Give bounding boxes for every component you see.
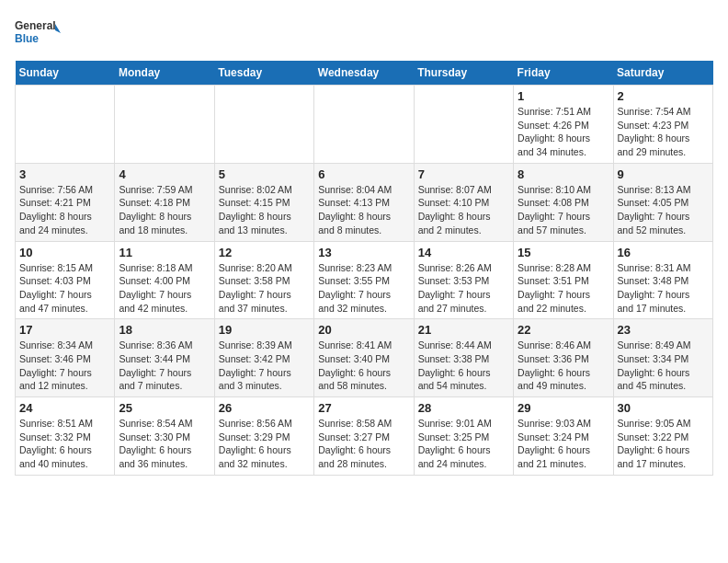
day-number: 13 (318, 246, 409, 259)
calendar-cell: 2Sunrise: 7:54 AM Sunset: 4:23 PM Daylig… (613, 86, 712, 164)
week-row-5: 24Sunrise: 8:51 AM Sunset: 3:32 PM Dayli… (16, 397, 713, 476)
day-header-wednesday: Wednesday (314, 61, 414, 86)
calendar-cell: 7Sunrise: 8:07 AM Sunset: 4:10 PM Daylig… (414, 163, 513, 241)
day-number: 10 (19, 246, 110, 259)
day-header-sunday: Sunday (16, 61, 115, 86)
day-number: 12 (219, 246, 310, 259)
calendar-cell: 3Sunrise: 7:56 AM Sunset: 4:21 PM Daylig… (16, 163, 115, 241)
calendar-cell: 22Sunrise: 8:46 AM Sunset: 3:36 PM Dayli… (514, 319, 613, 397)
week-row-2: 3Sunrise: 7:56 AM Sunset: 4:21 PM Daylig… (16, 163, 713, 241)
day-info: Sunrise: 8:02 AM Sunset: 4:15 PM Dayligh… (219, 183, 310, 237)
day-number: 30 (618, 401, 709, 415)
day-number: 24 (19, 401, 110, 415)
day-number: 4 (119, 167, 210, 181)
calendar-cell: 26Sunrise: 8:56 AM Sunset: 3:29 PM Dayli… (214, 397, 313, 476)
day-info: Sunrise: 9:03 AM Sunset: 3:24 PM Dayligh… (518, 417, 609, 471)
calendar-body: 1Sunrise: 7:51 AM Sunset: 4:26 PM Daylig… (16, 86, 713, 476)
day-header-friday: Friday (514, 61, 613, 86)
day-info: Sunrise: 8:54 AM Sunset: 3:30 PM Dayligh… (119, 417, 210, 471)
calendar-cell: 10Sunrise: 8:15 AM Sunset: 4:03 PM Dayli… (16, 241, 115, 319)
day-info: Sunrise: 8:04 AM Sunset: 4:13 PM Dayligh… (318, 183, 409, 237)
calendar-cell: 21Sunrise: 8:44 AM Sunset: 3:38 PM Dayli… (414, 319, 513, 397)
week-row-1: 1Sunrise: 7:51 AM Sunset: 4:26 PM Daylig… (16, 86, 713, 164)
calendar-cell: 11Sunrise: 8:18 AM Sunset: 4:00 PM Dayli… (115, 241, 214, 319)
calendar-cell: 4Sunrise: 7:59 AM Sunset: 4:18 PM Daylig… (115, 163, 214, 241)
calendar-cell: 27Sunrise: 8:58 AM Sunset: 3:27 PM Dayli… (314, 397, 414, 476)
day-info: Sunrise: 8:34 AM Sunset: 3:46 PM Dayligh… (19, 339, 110, 393)
calendar-header: SundayMondayTuesdayWednesdayThursdayFrid… (16, 61, 713, 86)
calendar-cell: 23Sunrise: 8:49 AM Sunset: 3:34 PM Dayli… (613, 319, 712, 397)
day-number: 1 (518, 89, 609, 103)
week-row-4: 17Sunrise: 8:34 AM Sunset: 3:46 PM Dayli… (16, 319, 713, 397)
day-info: Sunrise: 9:05 AM Sunset: 3:22 PM Dayligh… (618, 417, 709, 471)
calendar-cell: 24Sunrise: 8:51 AM Sunset: 3:32 PM Dayli… (16, 397, 115, 476)
day-info: Sunrise: 8:26 AM Sunset: 3:53 PM Dayligh… (418, 261, 509, 316)
calendar-cell: 18Sunrise: 8:36 AM Sunset: 3:44 PM Dayli… (115, 319, 214, 397)
day-info: Sunrise: 8:15 AM Sunset: 4:03 PM Dayligh… (19, 261, 110, 316)
day-number: 2 (618, 89, 709, 103)
calendar-cell: 14Sunrise: 8:26 AM Sunset: 3:53 PM Dayli… (414, 241, 513, 319)
day-number: 7 (418, 167, 509, 181)
day-number: 16 (618, 246, 709, 259)
calendar-cell: 19Sunrise: 8:39 AM Sunset: 3:42 PM Dayli… (214, 319, 313, 397)
day-info: Sunrise: 8:13 AM Sunset: 4:05 PM Dayligh… (618, 183, 709, 237)
day-info: Sunrise: 8:51 AM Sunset: 3:32 PM Dayligh… (19, 417, 110, 471)
day-info: Sunrise: 7:56 AM Sunset: 4:21 PM Dayligh… (19, 183, 110, 237)
day-info: Sunrise: 8:36 AM Sunset: 3:44 PM Dayligh… (119, 339, 210, 393)
day-info: Sunrise: 7:51 AM Sunset: 4:26 PM Dayligh… (518, 105, 609, 159)
week-row-3: 10Sunrise: 8:15 AM Sunset: 4:03 PM Dayli… (16, 241, 713, 319)
day-info: Sunrise: 8:10 AM Sunset: 4:08 PM Dayligh… (518, 183, 609, 237)
day-info: Sunrise: 8:41 AM Sunset: 3:40 PM Dayligh… (318, 339, 409, 393)
day-number: 28 (418, 401, 509, 415)
day-header-tuesday: Tuesday (214, 61, 313, 86)
day-info: Sunrise: 8:44 AM Sunset: 3:38 PM Dayligh… (418, 339, 509, 393)
day-number: 6 (318, 167, 409, 181)
header-row: SundayMondayTuesdayWednesdayThursdayFrid… (16, 61, 713, 86)
calendar-cell: 16Sunrise: 8:31 AM Sunset: 3:48 PM Dayli… (613, 241, 712, 319)
calendar-cell: 1Sunrise: 7:51 AM Sunset: 4:26 PM Daylig… (514, 86, 613, 164)
page-header: General Blue (15, 15, 713, 52)
day-number: 29 (518, 401, 609, 415)
day-number: 19 (219, 323, 310, 337)
calendar-cell: 9Sunrise: 8:13 AM Sunset: 4:05 PM Daylig… (613, 163, 712, 241)
day-header-thursday: Thursday (414, 61, 513, 86)
day-header-saturday: Saturday (613, 61, 712, 86)
calendar-cell: 13Sunrise: 8:23 AM Sunset: 3:55 PM Dayli… (314, 241, 414, 319)
day-info: Sunrise: 7:59 AM Sunset: 4:18 PM Dayligh… (119, 183, 210, 237)
day-number: 23 (618, 323, 709, 337)
calendar-cell: 12Sunrise: 8:20 AM Sunset: 3:58 PM Dayli… (214, 241, 313, 319)
day-info: Sunrise: 8:07 AM Sunset: 4:10 PM Dayligh… (418, 183, 509, 237)
day-info: Sunrise: 8:39 AM Sunset: 3:42 PM Dayligh… (219, 339, 310, 393)
day-number: 25 (119, 401, 210, 415)
calendar-cell: 28Sunrise: 9:01 AM Sunset: 3:25 PM Dayli… (414, 397, 513, 476)
calendar-cell (214, 86, 313, 164)
day-number: 9 (618, 167, 709, 181)
calendar-cell: 30Sunrise: 9:05 AM Sunset: 3:22 PM Dayli… (613, 397, 712, 476)
day-info: Sunrise: 8:46 AM Sunset: 3:36 PM Dayligh… (518, 339, 609, 393)
day-info: Sunrise: 8:49 AM Sunset: 3:34 PM Dayligh… (618, 339, 709, 393)
calendar-cell: 25Sunrise: 8:54 AM Sunset: 3:30 PM Dayli… (115, 397, 214, 476)
svg-text:General: General (15, 19, 56, 32)
day-number: 14 (418, 246, 509, 259)
logo: General Blue (15, 15, 61, 52)
day-info: Sunrise: 8:20 AM Sunset: 3:58 PM Dayligh… (219, 261, 310, 316)
calendar-cell (115, 86, 214, 164)
svg-marker-2 (55, 24, 61, 33)
day-info: Sunrise: 8:31 AM Sunset: 3:48 PM Dayligh… (618, 261, 709, 316)
day-info: Sunrise: 8:58 AM Sunset: 3:27 PM Dayligh… (318, 417, 409, 471)
day-number: 21 (418, 323, 509, 337)
calendar-cell: 8Sunrise: 8:10 AM Sunset: 4:08 PM Daylig… (514, 163, 613, 241)
day-info: Sunrise: 9:01 AM Sunset: 3:25 PM Dayligh… (418, 417, 509, 471)
day-number: 20 (318, 323, 409, 337)
calendar-cell: 20Sunrise: 8:41 AM Sunset: 3:40 PM Dayli… (314, 319, 414, 397)
calendar-cell: 5Sunrise: 8:02 AM Sunset: 4:15 PM Daylig… (214, 163, 313, 241)
day-number: 17 (19, 323, 110, 337)
calendar-cell: 29Sunrise: 9:03 AM Sunset: 3:24 PM Dayli… (514, 397, 613, 476)
day-number: 15 (518, 246, 609, 259)
day-number: 3 (19, 167, 110, 181)
day-number: 8 (518, 167, 609, 181)
day-number: 26 (219, 401, 310, 415)
day-info: Sunrise: 7:54 AM Sunset: 4:23 PM Dayligh… (618, 105, 709, 159)
day-number: 22 (518, 323, 609, 337)
day-number: 27 (318, 401, 409, 415)
